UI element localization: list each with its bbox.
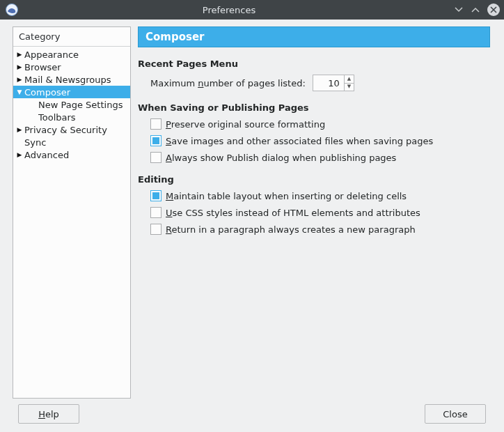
publish-dialog-checkbox[interactable] (150, 152, 162, 163)
tree-label: Composer (24, 87, 70, 98)
tree-expand-icon: ▶ (16, 63, 23, 70)
max-pages-label: Maximum number of pages listed: (150, 78, 306, 88)
sidebar-item-toolbars[interactable]: Toolbars (13, 111, 130, 123)
return-paragraph-row[interactable]: Return in a paragraph always creates a n… (138, 224, 490, 235)
save-images-checkbox[interactable] (150, 135, 162, 146)
category-tree: ▶ Appearance ▶ Browser ▶ Mail & Newsgrou… (13, 47, 130, 162)
section-recent-pages: Recent Pages Menu Maximum number of page… (138, 59, 490, 91)
content-area: Category ▶ Appearance ▶ Browser ▶ Mail &… (0, 20, 504, 432)
return-paragraph-label: Return in a paragraph always creates a n… (166, 224, 416, 235)
window-title: Preferences (4, 5, 454, 15)
minimize-icon[interactable] (454, 5, 464, 15)
save-images-label: Save images and other associated files w… (166, 136, 433, 146)
max-pages-row: Maximum number of pages listed: ▲ ▼ (138, 75, 490, 91)
tree-label: Appearance (24, 49, 79, 60)
sidebar-item-privacy-security[interactable]: ▶ Privacy & Security (13, 123, 130, 136)
tree-label: New Page Settings (38, 100, 123, 110)
max-pages-input[interactable] (313, 75, 344, 91)
category-sidebar: Category ▶ Appearance ▶ Browser ▶ Mail &… (13, 26, 131, 399)
tree-label: Mail & Newsgroups (24, 75, 111, 85)
tree-label: Advanced (24, 150, 69, 160)
tree-label: Toolbars (38, 112, 76, 123)
publish-dialog-row[interactable]: Always show Publish dialog when publishi… (138, 152, 490, 163)
preserve-formatting-label: Preserve original source formatting (166, 119, 325, 130)
window-buttons (454, 3, 500, 16)
return-paragraph-checkbox[interactable] (150, 224, 162, 235)
sidebar-item-browser[interactable]: ▶ Browser (13, 61, 130, 73)
sidebar-item-advanced[interactable]: ▶ Advanced (13, 148, 130, 161)
use-css-label: Use CSS styles instead of HTML elements … (166, 208, 420, 218)
publish-dialog-label: Always show Publish dialog when publishi… (166, 153, 396, 163)
sidebar-item-mail-newsgroups[interactable]: ▶ Mail & Newsgroups (13, 73, 130, 86)
maintain-table-label: Maintain table layout when inserting or … (166, 191, 407, 201)
sidebar-item-appearance[interactable]: ▶ Appearance (13, 48, 130, 61)
tree-label: Privacy & Security (24, 125, 107, 135)
sidebar-item-composer[interactable]: ▼ Composer (13, 86, 130, 98)
tree-expand-icon: ▶ (16, 51, 23, 58)
tree-collapse-icon: ▼ (16, 88, 23, 95)
section-heading: Recent Pages Menu (138, 59, 490, 69)
tree-expand-icon: ▶ (16, 126, 23, 133)
settings-panel: Composer Recent Pages Menu Maximum numbe… (138, 26, 490, 240)
maintain-table-checkbox[interactable] (150, 190, 162, 201)
close-window-button[interactable] (487, 3, 500, 16)
panel-title: Composer (138, 26, 490, 47)
use-css-checkbox[interactable] (150, 207, 162, 218)
titlebar: Preferences (0, 0, 504, 20)
close-button[interactable]: Close (425, 404, 486, 424)
tree-label: Browser (24, 62, 61, 72)
section-editing: Editing Maintain table layout when inser… (138, 174, 490, 235)
tree-label: Sync (24, 137, 46, 148)
preserve-formatting-checkbox[interactable] (150, 118, 162, 130)
sidebar-item-sync[interactable]: Sync (13, 136, 130, 148)
tree-expand-icon: ▶ (16, 151, 23, 158)
section-heading: When Saving or Publishing Pages (138, 102, 490, 113)
spinbox-buttons: ▲ ▼ (344, 75, 354, 91)
tree-expand-icon: ▶ (16, 76, 23, 83)
section-saving-publishing: When Saving or Publishing Pages Preserve… (138, 102, 490, 163)
spinbox-down-button[interactable]: ▼ (345, 83, 354, 91)
sidebar-header: Category (13, 27, 130, 47)
spinbox-up-button[interactable]: ▲ (345, 75, 354, 83)
use-css-row[interactable]: Use CSS styles instead of HTML elements … (138, 207, 490, 218)
maintain-table-row[interactable]: Maintain table layout when inserting or … (138, 190, 490, 201)
max-pages-spinbox[interactable]: ▲ ▼ (313, 75, 354, 91)
section-heading: Editing (138, 174, 490, 185)
maximize-icon[interactable] (471, 5, 480, 15)
sidebar-item-new-page-settings[interactable]: New Page Settings (13, 98, 130, 111)
preserve-formatting-row[interactable]: Preserve original source formatting (138, 118, 490, 130)
help-button[interactable]: Help (18, 404, 79, 424)
save-images-row[interactable]: Save images and other associated files w… (138, 135, 490, 146)
